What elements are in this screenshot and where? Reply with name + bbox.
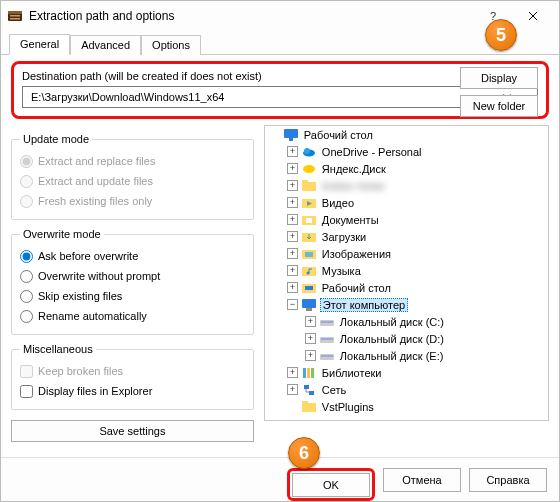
tree-node-music[interactable]: +Музыка [265, 262, 548, 279]
tree-node-downloads[interactable]: +Загрузки [265, 228, 548, 245]
tree-node-drive-c[interactable]: +Локальный диск (C:) [265, 313, 548, 330]
radio-overwrite-noprompt[interactable]: Overwrite without prompt [20, 266, 245, 286]
expand-icon[interactable]: + [287, 197, 298, 208]
check-keep-broken: Keep broken files [20, 361, 245, 381]
svg-rect-31 [307, 368, 310, 378]
folder-icon [301, 179, 317, 193]
expand-icon[interactable]: + [287, 146, 298, 157]
tab-content: Destination path (will be created if doe… [1, 55, 559, 457]
expand-icon[interactable]: + [287, 282, 298, 293]
dialog-footer: OK Отмена Справка [1, 457, 559, 501]
winrar-icon [7, 8, 23, 24]
tree-node-hidden[interactable]: +hidden folder [265, 177, 548, 194]
radio-rename-auto[interactable]: Rename automatically [20, 306, 245, 326]
tab-advanced[interactable]: Advanced [70, 35, 141, 55]
documents-folder-icon [301, 213, 317, 227]
expand-icon[interactable]: + [287, 265, 298, 276]
expand-icon[interactable]: + [305, 316, 316, 327]
desktop-folder-icon [301, 281, 317, 295]
svg-rect-5 [289, 138, 293, 141]
svg-rect-35 [302, 403, 316, 412]
svg-rect-25 [321, 321, 333, 323]
svg-rect-27 [321, 338, 333, 340]
update-mode-group: Update mode Extract and replace files Ex… [11, 133, 254, 220]
folder-tree[interactable]: Рабочий стол +OneDrive - Personal +Яндек… [264, 125, 549, 421]
tree-node-yadisk[interactable]: +Яндекс.Диск [265, 160, 548, 177]
cloud-icon [301, 145, 317, 159]
pictures-folder-icon [301, 247, 317, 261]
callout-highlight-5: Destination path (will be created if doe… [11, 61, 549, 119]
ok-button[interactable]: OK [292, 473, 370, 497]
tree-node-network[interactable]: +Сеть [265, 381, 548, 398]
tree-node-pictures[interactable]: +Изображения [265, 245, 548, 262]
radio-ask-before[interactable]: Ask before overwrite [20, 246, 245, 266]
network-icon [301, 383, 317, 397]
overwrite-mode-group: Overwrite mode Ask before overwrite Over… [11, 228, 254, 335]
collapse-icon[interactable]: − [287, 299, 298, 310]
tree-node-documents[interactable]: +Документы [265, 211, 548, 228]
downloads-folder-icon [301, 230, 317, 244]
tab-options[interactable]: Options [141, 35, 201, 55]
cancel-button[interactable]: Отмена [383, 468, 461, 492]
expand-icon[interactable]: + [305, 350, 316, 361]
save-settings-button[interactable]: Save settings [11, 420, 254, 442]
libraries-icon [301, 366, 317, 380]
svg-rect-10 [302, 180, 308, 183]
svg-rect-30 [303, 368, 306, 378]
radio-extract-update: Extract and update files [20, 171, 245, 191]
desktop-icon [283, 128, 299, 142]
computer-icon [301, 298, 317, 312]
svg-rect-1 [8, 11, 22, 14]
close-button[interactable] [513, 2, 553, 30]
tree-node-desktop[interactable]: Рабочий стол [265, 126, 548, 143]
overwrite-mode-legend: Overwrite mode [20, 228, 104, 240]
svg-rect-36 [302, 401, 308, 404]
music-folder-icon [301, 264, 317, 278]
expand-icon[interactable]: + [287, 367, 298, 378]
svg-rect-3 [10, 18, 20, 20]
svg-rect-22 [302, 299, 316, 308]
tree-node-thispc[interactable]: −Этот компьютер [265, 296, 548, 313]
tree-node-vstplugins[interactable]: VstPlugins [265, 398, 548, 415]
expand-icon[interactable]: + [287, 163, 298, 174]
update-mode-legend: Update mode [20, 133, 92, 145]
svg-rect-32 [311, 368, 314, 378]
tree-node-drive-e[interactable]: +Локальный диск (E:) [265, 347, 548, 364]
check-display-explorer[interactable]: Display files in Explorer [20, 381, 245, 401]
tree-node-desktop2[interactable]: +Рабочий стол [265, 279, 548, 296]
right-column: Рабочий стол +OneDrive - Personal +Яндек… [264, 125, 549, 421]
expand-icon[interactable]: + [287, 248, 298, 259]
left-column: Update mode Extract and replace files Ex… [11, 125, 264, 442]
radio-skip-existing[interactable]: Skip existing files [20, 286, 245, 306]
help-footer-button[interactable]: Справка [469, 468, 547, 492]
svg-rect-21 [305, 286, 313, 290]
tree-node-libraries[interactable]: +Библиотеки [265, 364, 548, 381]
window-title: Extraction path and options [29, 9, 473, 23]
expand-icon[interactable]: + [287, 180, 298, 191]
svg-point-7 [304, 148, 310, 154]
svg-rect-9 [302, 182, 316, 191]
svg-rect-17 [305, 252, 313, 257]
drive-icon [319, 315, 335, 329]
yandex-disk-icon [301, 162, 317, 176]
tree-node-video[interactable]: +Видео [265, 194, 548, 211]
titlebar: Extraction path and options ? [1, 1, 559, 31]
tab-general[interactable]: General [9, 34, 70, 55]
video-folder-icon [301, 196, 317, 210]
svg-point-8 [303, 165, 315, 173]
callout-highlight-6: OK [287, 468, 375, 501]
tree-node-drive-d[interactable]: +Локальный диск (D:) [265, 330, 548, 347]
new-folder-button[interactable]: New folder [460, 95, 538, 117]
radio-fresh-existing: Fresh existing files only [20, 191, 245, 211]
expand-icon[interactable]: + [305, 333, 316, 344]
expand-icon[interactable]: + [287, 384, 298, 395]
expand-icon[interactable]: + [287, 214, 298, 225]
dialog-window: Extraction path and options ? 5 6 Genera… [0, 0, 560, 502]
svg-rect-33 [304, 385, 309, 389]
tree-node-onedrive[interactable]: +OneDrive - Personal [265, 143, 548, 160]
drive-icon [319, 349, 335, 363]
expand-icon[interactable]: + [287, 231, 298, 242]
display-button[interactable]: Display [460, 67, 538, 89]
svg-rect-29 [321, 355, 333, 357]
radio-extract-replace: Extract and replace files [20, 151, 245, 171]
